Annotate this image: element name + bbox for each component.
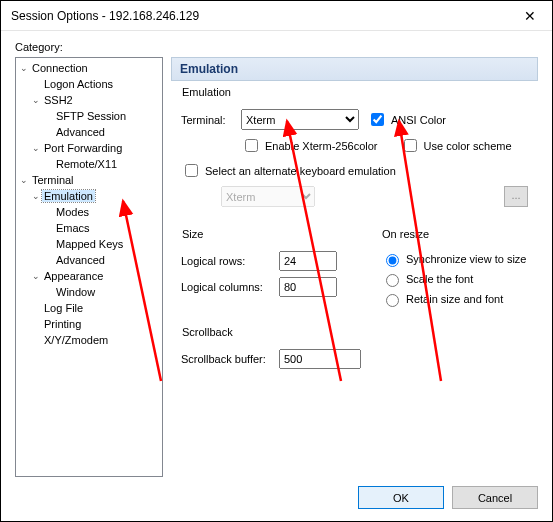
alt-keyboard-checkbox[interactable]: Select an alternate keyboard emulation	[181, 161, 396, 180]
terminal-select[interactable]: Xterm	[241, 109, 359, 130]
tree-emulation[interactable]: Emulation	[42, 190, 95, 202]
chevron-down-icon[interactable]: ⌄	[30, 95, 42, 105]
use-color-scheme-input[interactable]	[404, 139, 417, 152]
titlebar: Session Options - 192.168.246.129 ✕	[1, 1, 552, 31]
resize-scale-radio[interactable]: Scale the font	[381, 271, 528, 287]
enable-256color-input[interactable]	[245, 139, 258, 152]
ansi-color-input[interactable]	[371, 113, 384, 126]
tree-logon-actions[interactable]: Logon Actions	[42, 78, 115, 90]
logical-cols-label: Logical columns:	[181, 281, 271, 293]
panel-header: Emulation	[171, 57, 538, 81]
alt-keyboard-input[interactable]	[185, 164, 198, 177]
emulation-group: Emulation Terminal: Xterm ANSI Color	[171, 93, 538, 223]
alt-keyboard-select: Xterm	[221, 186, 315, 207]
tree-sftp-session[interactable]: SFTP Session	[54, 110, 128, 122]
tree-modes[interactable]: Modes	[54, 206, 91, 218]
tree-port-forwarding[interactable]: Port Forwarding	[42, 142, 124, 154]
window-title: Session Options - 192.168.246.129	[11, 9, 199, 23]
group-title-size: Size	[179, 228, 206, 240]
group-title-scrollback: Scrollback	[179, 326, 236, 338]
tree-ssh2[interactable]: SSH2	[42, 94, 75, 106]
enable-256color-checkbox[interactable]: Enable Xterm-256color	[241, 136, 378, 155]
on-resize-group: On resize Synchronize view to size Scale…	[371, 235, 538, 321]
category-tree[interactable]: ⌄Connection Logon Actions ⌄SSH2 SFTP Ses…	[15, 57, 163, 477]
chevron-down-icon[interactable]: ⌄	[30, 191, 42, 201]
terminal-label: Terminal:	[181, 114, 233, 126]
tree-remote-x11[interactable]: Remote/X11	[54, 158, 119, 170]
group-title-resize: On resize	[379, 228, 432, 240]
chevron-down-icon[interactable]: ⌄	[30, 271, 42, 281]
size-group: Size Logical rows: Logical columns:	[171, 235, 361, 321]
tree-emacs[interactable]: Emacs	[54, 222, 92, 234]
close-icon[interactable]: ✕	[507, 1, 552, 31]
scrollback-buffer-label: Scrollback buffer:	[181, 353, 271, 365]
browse-button: ...	[504, 186, 528, 207]
tree-emu-advanced[interactable]: Advanced	[54, 254, 107, 266]
logical-rows-input[interactable]	[279, 251, 337, 271]
tree-window[interactable]: Window	[54, 286, 97, 298]
tree-printing[interactable]: Printing	[42, 318, 83, 330]
tree-terminal[interactable]: Terminal	[30, 174, 76, 186]
tree-ssh-advanced[interactable]: Advanced	[54, 126, 107, 138]
dialog-buttons: OK Cancel	[358, 486, 538, 509]
cancel-button[interactable]: Cancel	[452, 486, 538, 509]
category-label: Category:	[15, 41, 538, 53]
scrollback-group: Scrollback Scrollback buffer:	[171, 333, 538, 385]
content-area: Category: ⌄Connection Logon Actions ⌄SSH…	[1, 31, 552, 521]
use-color-scheme-checkbox[interactable]: Use color scheme	[400, 136, 512, 155]
group-title-emulation: Emulation	[179, 86, 234, 98]
resize-sync-radio[interactable]: Synchronize view to size	[381, 251, 528, 267]
dialog-window: Session Options - 192.168.246.129 ✕ Cate…	[0, 0, 553, 522]
chevron-down-icon[interactable]: ⌄	[18, 175, 30, 185]
logical-rows-label: Logical rows:	[181, 255, 271, 267]
chevron-down-icon[interactable]: ⌄	[30, 143, 42, 153]
resize-retain-radio[interactable]: Retain size and font	[381, 291, 528, 307]
logical-cols-input[interactable]	[279, 277, 337, 297]
settings-panel: Emulation Emulation Terminal: Xterm ANSI…	[171, 57, 538, 477]
chevron-down-icon[interactable]: ⌄	[18, 63, 30, 73]
tree-log-file[interactable]: Log File	[42, 302, 85, 314]
scrollback-buffer-input[interactable]	[279, 349, 361, 369]
ok-button[interactable]: OK	[358, 486, 444, 509]
tree-connection[interactable]: Connection	[30, 62, 90, 74]
ansi-color-checkbox[interactable]: ANSI Color	[367, 110, 446, 129]
tree-appearance[interactable]: Appearance	[42, 270, 105, 282]
tree-mapped-keys[interactable]: Mapped Keys	[54, 238, 125, 250]
tree-xyzmodem[interactable]: X/Y/Zmodem	[42, 334, 110, 346]
